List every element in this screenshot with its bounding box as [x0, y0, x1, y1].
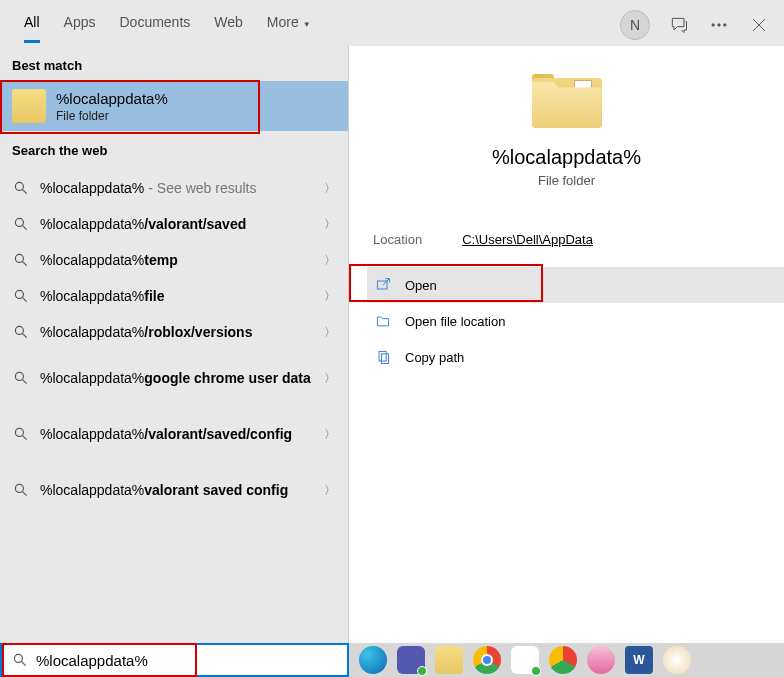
svg-point-2 [724, 24, 726, 26]
action-open-label: Open [405, 278, 437, 293]
svg-line-18 [23, 436, 27, 440]
feedback-icon[interactable] [668, 14, 690, 36]
search-icon [12, 288, 30, 304]
svg-point-5 [15, 182, 23, 190]
svg-point-9 [15, 254, 23, 262]
svg-line-8 [23, 226, 27, 230]
chevron-right-icon: 〉 [324, 324, 336, 341]
tab-more-label: More [267, 14, 299, 30]
chevron-right-icon: 〉 [324, 370, 336, 387]
chevron-right-icon: 〉 [324, 482, 336, 499]
taskbar-explorer-icon[interactable] [435, 646, 463, 674]
action-copy-path-label: Copy path [405, 350, 464, 365]
location-label: Location [373, 232, 422, 247]
chevron-right-icon: 〉 [324, 216, 336, 233]
action-open-location[interactable]: Open file location [367, 303, 784, 339]
taskbar-word-icon[interactable]: W [625, 646, 653, 674]
svg-point-11 [15, 290, 23, 298]
preview-actions: Open Open file location Copy path [349, 267, 784, 375]
search-icon [12, 370, 30, 386]
main-split: Best match %localappdata% File folder Se… [0, 46, 784, 643]
web-result[interactable]: %localappdata%/roblox/versions 〉 [0, 314, 348, 350]
svg-point-13 [15, 326, 23, 334]
chevron-right-icon: 〉 [324, 426, 336, 443]
svg-point-7 [15, 218, 23, 226]
location-row: Location C:\Users\Dell\AppData [349, 198, 784, 267]
more-options-icon[interactable] [708, 14, 730, 36]
search-icon [12, 180, 30, 196]
svg-line-6 [23, 190, 27, 194]
svg-point-19 [15, 484, 23, 492]
svg-line-12 [23, 298, 27, 302]
svg-point-15 [15, 372, 23, 380]
taskbar-edge-icon[interactable] [359, 646, 387, 674]
search-icon [12, 426, 30, 442]
action-copy-path[interactable]: Copy path [367, 339, 784, 375]
open-icon [375, 277, 391, 293]
best-match-title: %localappdata% [56, 90, 168, 107]
best-match-label: Best match [0, 46, 348, 81]
tab-apps[interactable]: Apps [64, 14, 96, 43]
svg-line-25 [22, 662, 26, 666]
svg-line-14 [23, 334, 27, 338]
header-bar: All Apps Documents Web More▼ N [0, 0, 784, 46]
copy-icon [375, 349, 391, 365]
chevron-right-icon: 〉 [324, 288, 336, 305]
search-box[interactable] [0, 643, 349, 677]
bottom-bar: W [0, 643, 784, 677]
taskbar-paint-icon[interactable] [663, 646, 691, 674]
search-input[interactable] [36, 652, 337, 669]
tab-more[interactable]: More▼ [267, 14, 311, 43]
action-open-location-label: Open file location [405, 314, 505, 329]
svg-line-16 [23, 380, 27, 384]
web-result[interactable]: %localappdata% - See web results 〉 [0, 170, 348, 206]
close-icon[interactable] [748, 14, 770, 36]
svg-point-17 [15, 428, 23, 436]
svg-point-0 [712, 24, 714, 26]
preview-subtitle: File folder [538, 173, 595, 188]
best-match-subtitle: File folder [56, 109, 168, 123]
tab-documents[interactable]: Documents [119, 14, 190, 43]
folder-open-icon [375, 313, 391, 329]
taskbar-chrome-icon[interactable] [473, 646, 501, 674]
search-icon [12, 216, 30, 232]
search-icon [12, 482, 30, 498]
web-result[interactable]: %localappdata% valorant saved config 〉 [0, 462, 348, 518]
taskbar-chrome-beta-icon[interactable] [549, 646, 577, 674]
svg-line-10 [23, 262, 27, 266]
svg-rect-23 [381, 354, 388, 364]
svg-point-24 [14, 654, 22, 662]
folder-icon-large [532, 74, 602, 128]
avatar[interactable]: N [620, 10, 650, 40]
location-link[interactable]: C:\Users\Dell\AppData [462, 232, 593, 247]
web-result[interactable]: %localappdata%/valorant/saved/config 〉 [0, 406, 348, 462]
tab-all[interactable]: All [24, 14, 40, 43]
search-icon [12, 652, 28, 668]
taskbar-app-icon[interactable] [587, 646, 615, 674]
tab-web[interactable]: Web [214, 14, 243, 43]
web-result[interactable]: %localappdata% file 〉 [0, 278, 348, 314]
search-icon [12, 324, 30, 340]
preview-title: %localappdata% [492, 146, 641, 169]
chevron-right-icon: 〉 [324, 252, 336, 269]
header-right: N [620, 10, 770, 40]
web-result[interactable]: %localappdata%/valorant/saved 〉 [0, 206, 348, 242]
results-panel: Best match %localappdata% File folder Se… [0, 46, 349, 643]
search-web-label: Search the web [0, 131, 348, 166]
top-tabs: All Apps Documents Web More▼ [10, 0, 311, 43]
web-results-list: %localappdata% - See web results 〉 %loca… [0, 166, 348, 518]
taskbar-teams-icon[interactable] [397, 646, 425, 674]
chevron-down-icon: ▼ [303, 20, 311, 29]
chevron-right-icon: 〉 [324, 180, 336, 197]
preview-header: %localappdata% File folder [349, 46, 784, 198]
web-result[interactable]: %localappdata% temp 〉 [0, 242, 348, 278]
best-match-result[interactable]: %localappdata% File folder [0, 81, 348, 131]
svg-line-20 [23, 492, 27, 496]
action-open[interactable]: Open [367, 267, 784, 303]
taskbar-slack-icon[interactable] [511, 646, 539, 674]
taskbar: W [349, 643, 784, 677]
preview-panel: %localappdata% File folder Location C:\U… [349, 46, 784, 643]
web-result[interactable]: %localappdata% google chrome user data 〉 [0, 350, 348, 406]
folder-icon [12, 89, 46, 123]
svg-point-1 [718, 24, 720, 26]
